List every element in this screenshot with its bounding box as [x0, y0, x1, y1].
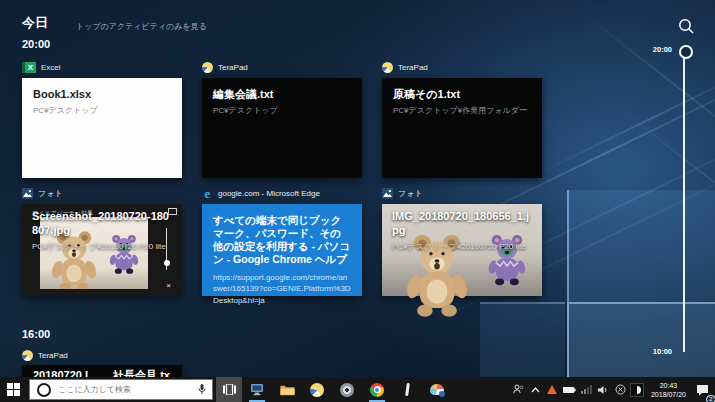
taskbar-app-palette[interactable]: [422, 377, 452, 402]
terapad-icon: [310, 383, 324, 397]
activity-card-photos-1[interactable]: ワイドアパーチャ効果 × Screenshot_20180720-180807.…: [22, 204, 182, 296]
action-center-icon: [696, 384, 709, 396]
card-subtitle: PC¥デスクトップ¥20180720 P20 lite: [392, 241, 534, 252]
timeline-task-view: 今日 トップのアクティビティのみを見る 20:00 X Excel Book1.…: [0, 0, 715, 402]
card-subtitle: PC¥デスクトップ¥20180720 P20 lite: [32, 241, 174, 252]
activity-card-photos-2[interactable]: IMG_20180720_180656_1.jpg PC¥デスクトップ¥2018…: [382, 204, 542, 296]
show-hidden-icons-chevron[interactable]: [527, 377, 544, 402]
activity-card-edge[interactable]: すべての端末で同じブックマーク、パスワード、その他の設定を利用する - パソコン…: [202, 204, 362, 296]
app-label: TeraPad: [38, 351, 68, 360]
photos-icon: [22, 188, 33, 199]
battery-icon[interactable]: [561, 377, 578, 402]
desktop-wallpaper: [0, 0, 715, 402]
card-title: Screenshot_20180720-180807.jpg: [32, 210, 174, 238]
activity-card-excel[interactable]: Book1.xlsx PC¥デスクトップ: [22, 78, 182, 178]
card-header-excel: X Excel: [22, 61, 61, 74]
app-label: Excel: [41, 63, 61, 72]
terapad-icon: [22, 350, 33, 361]
task-view-button[interactable]: [216, 377, 242, 402]
photos-icon: [382, 188, 393, 199]
group-16-label: 16:00: [22, 328, 50, 340]
windows-logo-icon: [7, 383, 20, 396]
card-header-terapad-1: TeraPad: [202, 61, 248, 74]
search-input[interactable]: [56, 384, 192, 395]
taskbar-app-terapad[interactable]: [302, 377, 332, 402]
card-title: IMG_20180720_180656_1.jpg: [392, 210, 534, 238]
clock-date: 2018/07/20: [651, 390, 686, 399]
task-view-icon: [223, 384, 236, 395]
activity-card-terapad-1[interactable]: 編集会議.txt PC¥デスクトップ: [202, 78, 362, 178]
group-20-label: 20:00: [22, 38, 50, 50]
terapad-icon: [202, 62, 213, 73]
viewer-slider-thumb: [164, 260, 170, 266]
volume-icon[interactable]: [595, 377, 612, 402]
card-subtitle: PC¥デスクトップ: [213, 105, 351, 116]
activity-card-terapad-2[interactable]: 原稿その1.txt PC¥デスクトップ¥作業用フォルダー: [382, 78, 542, 178]
card-title: 原稿その1.txt: [393, 88, 531, 102]
card-subtitle: PC¥デスクトップ: [33, 105, 171, 116]
app-label: TeraPad: [218, 63, 248, 72]
app-label: フォト: [398, 188, 423, 199]
tray-app-icon-orange[interactable]: [544, 377, 561, 402]
card-title: Book1.xlsx: [33, 88, 171, 102]
file-explorer-icon: [280, 384, 295, 396]
card-header-photos-2: フォト: [382, 187, 423, 200]
card-title: 編集会議.txt: [213, 88, 351, 102]
card-header-terapad-3: TeraPad: [22, 349, 68, 362]
edge-icon: e: [202, 188, 213, 199]
card-text-overlay: IMG_20180720_180656_1.jpg PC¥デスクトップ¥2018…: [392, 210, 534, 252]
clock-time: 20:43: [651, 381, 686, 390]
start-button[interactable]: [0, 377, 26, 402]
action-center-button[interactable]: 2: [691, 377, 713, 402]
card-header-terapad-2: TeraPad: [382, 61, 428, 74]
microphone-icon[interactable]: [198, 384, 206, 395]
scrubber-top-label: 20:00: [646, 45, 672, 54]
onedrive-paused-icon[interactable]: [612, 377, 629, 402]
taskbar-app-file-explorer[interactable]: [272, 377, 302, 402]
taskbar-search-box[interactable]: [29, 379, 213, 400]
card-subtitle: PC¥デスクトップ¥作業用フォルダー: [393, 105, 531, 116]
card-header-photos-1: フォト: [22, 187, 63, 200]
app-label: フォト: [38, 188, 63, 199]
taskbar: 20:43 2018/07/20 2: [0, 377, 715, 402]
people-icon[interactable]: [510, 377, 527, 402]
card-text-overlay: Screenshot_20180720-180807.jpg PC¥デスクトップ…: [32, 210, 174, 252]
taskbar-clock[interactable]: 20:43 2018/07/20: [646, 381, 691, 399]
search-icon[interactable]: [678, 18, 695, 35]
taskbar-app-chrome[interactable]: [362, 377, 392, 402]
scrubber-bottom-label: 10:00: [646, 347, 672, 356]
card-header-edge: e google.com - Microsoft Edge: [202, 187, 320, 200]
pen-app-icon: [405, 383, 410, 396]
excel-icon: X: [22, 62, 36, 73]
card-title: すべての端末で同じブックマーク、パスワード、その他の設定を利用する - パソコン…: [213, 214, 351, 267]
palette-app-icon: [430, 384, 444, 395]
disc-app-icon: [340, 383, 354, 397]
ime-icon[interactable]: [629, 377, 646, 402]
today-heading: 今日: [22, 14, 48, 32]
taskbar-app-disc[interactable]: [332, 377, 362, 402]
scrubber-track[interactable]: [683, 58, 685, 352]
system-tray: 20:43 2018/07/20 2: [510, 377, 715, 402]
app-label: google.com - Microsoft Edge: [218, 189, 320, 198]
notification-badge: 2: [706, 395, 715, 402]
card-url: https://support.google.com/chrome/answer…: [213, 272, 351, 307]
pc-app-icon: [250, 384, 264, 396]
app-label: TeraPad: [398, 63, 428, 72]
network-icon[interactable]: [578, 377, 595, 402]
top-activities-link[interactable]: トップのアクティビティのみを見る: [76, 21, 207, 32]
taskbar-app-pc[interactable]: [242, 377, 272, 402]
scrubber-handle[interactable]: [679, 45, 693, 59]
chrome-icon: [370, 383, 384, 397]
terapad-icon: [382, 62, 393, 73]
taskbar-app-pen[interactable]: [392, 377, 422, 402]
cortana-icon: [37, 383, 51, 397]
viewer-close-icon: ×: [166, 281, 171, 290]
